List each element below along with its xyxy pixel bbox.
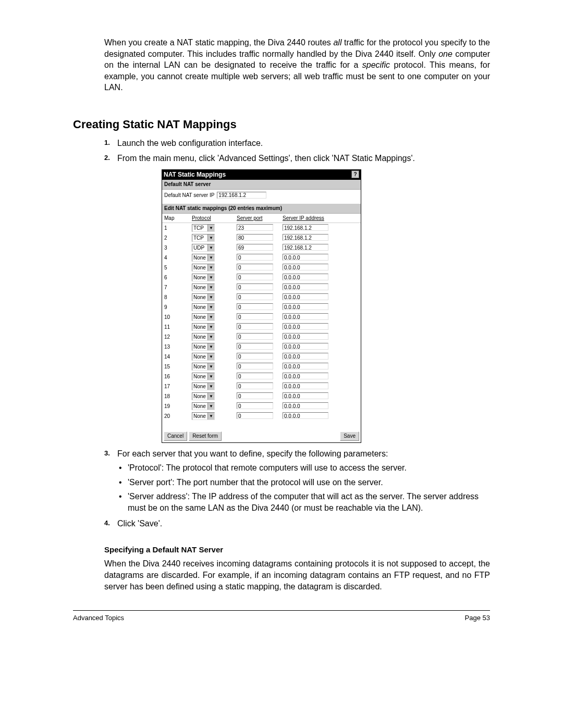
server-port-input[interactable]: 0 xyxy=(237,343,273,350)
protocol-value: None xyxy=(192,304,207,311)
server-port-input[interactable]: 0 xyxy=(237,363,273,369)
server-ip-input[interactable]: 192.168.1.2 xyxy=(283,234,328,241)
server-ip-input[interactable]: 0.0.0.0 xyxy=(283,363,328,369)
protocol-value: None xyxy=(192,314,207,321)
server-ip-input[interactable]: 0.0.0.0 xyxy=(283,283,328,290)
default-nat-ip-label: Default NAT server IP xyxy=(164,192,214,199)
chevron-down-icon: ▼ xyxy=(207,314,214,320)
protocol-select[interactable]: None▼ xyxy=(192,363,215,371)
protocol-select[interactable]: TCP▼ xyxy=(192,234,215,242)
server-ip-input[interactable]: 0.0.0.0 xyxy=(283,402,328,409)
table-row: 16None▼00.0.0.0 xyxy=(162,372,361,381)
bullet-server-port: 'Server port': The port number that the … xyxy=(117,477,490,488)
server-ip-input[interactable]: 0.0.0.0 xyxy=(283,303,328,310)
protocol-value: None xyxy=(192,393,207,400)
col-protocol: Protocol xyxy=(190,214,235,223)
protocol-value: None xyxy=(192,413,207,420)
protocol-select[interactable]: None▼ xyxy=(192,283,215,291)
server-ip-input[interactable]: 0.0.0.0 xyxy=(283,353,328,360)
server-port-input[interactable]: 0 xyxy=(237,382,273,389)
help-icon[interactable]: ? xyxy=(351,170,359,178)
server-ip-input[interactable]: 192.168.1.2 xyxy=(283,244,328,251)
map-number: 13 xyxy=(162,342,190,352)
server-port-input[interactable]: 0 xyxy=(237,373,273,379)
server-ip-input[interactable]: 0.0.0.0 xyxy=(283,313,328,320)
protocol-select[interactable]: None▼ xyxy=(192,353,215,361)
server-ip-input[interactable]: 0.0.0.0 xyxy=(283,392,328,399)
map-number: 12 xyxy=(162,332,190,342)
step-number: 1. xyxy=(104,138,110,147)
save-button[interactable]: Save xyxy=(340,431,359,441)
protocol-select[interactable]: None▼ xyxy=(192,402,215,410)
chevron-down-icon: ▼ xyxy=(207,363,214,370)
nat-mappings-table: Map Protocol Server port Server IP addre… xyxy=(162,214,361,422)
server-port-input[interactable]: 0 xyxy=(237,293,273,300)
protocol-select[interactable]: None▼ xyxy=(192,333,215,341)
protocol-value: UDP xyxy=(192,244,207,252)
server-ip-input[interactable]: 0.0.0.0 xyxy=(283,293,328,300)
chevron-down-icon: ▼ xyxy=(207,393,214,400)
server-ip-input[interactable]: 192.168.1.2 xyxy=(283,224,328,231)
protocol-value: None xyxy=(192,383,207,390)
server-port-input[interactable]: 0 xyxy=(237,323,273,330)
cancel-button[interactable]: Cancel xyxy=(164,431,187,441)
protocol-value: TCP xyxy=(192,235,207,242)
protocol-select[interactable]: None▼ xyxy=(192,382,215,390)
chevron-down-icon: ▼ xyxy=(207,294,214,301)
server-port-input[interactable]: 69 xyxy=(237,244,273,251)
server-port-input[interactable]: 80 xyxy=(237,234,273,241)
protocol-select[interactable]: None▼ xyxy=(192,313,215,321)
protocol-select[interactable]: None▼ xyxy=(192,254,215,262)
server-port-input[interactable]: 23 xyxy=(237,224,273,231)
protocol-select[interactable]: None▼ xyxy=(192,293,215,301)
server-port-input[interactable]: 0 xyxy=(237,353,273,360)
server-ip-input[interactable]: 0.0.0.0 xyxy=(283,343,328,350)
server-port-input[interactable]: 0 xyxy=(237,333,273,340)
text: When you create a NAT static mapping, th… xyxy=(104,38,333,47)
step-text: For each server that you want to define,… xyxy=(117,449,388,458)
protocol-select[interactable]: None▼ xyxy=(192,303,215,311)
server-port-input[interactable]: 0 xyxy=(237,303,273,310)
protocol-select[interactable]: None▼ xyxy=(192,264,215,272)
step-3: 3. For each server that you want to defi… xyxy=(104,448,490,514)
protocol-select[interactable]: None▼ xyxy=(192,392,215,400)
protocol-select[interactable]: UDP▼ xyxy=(192,244,215,252)
server-port-input[interactable]: 0 xyxy=(237,313,273,320)
table-row: 15None▼00.0.0.0 xyxy=(162,362,361,372)
protocol-select[interactable]: None▼ xyxy=(192,274,215,281)
server-port-input[interactable]: 0 xyxy=(237,283,273,290)
text-italic: one xyxy=(438,50,452,58)
server-ip-input[interactable]: 0.0.0.0 xyxy=(283,264,328,270)
protocol-value: None xyxy=(192,264,207,272)
server-ip-input[interactable]: 0.0.0.0 xyxy=(283,254,328,261)
server-ip-input[interactable]: 0.0.0.0 xyxy=(283,333,328,340)
protocol-select[interactable]: None▼ xyxy=(192,373,215,380)
table-row: 18None▼00.0.0.0 xyxy=(162,391,361,401)
server-ip-input[interactable]: 0.0.0.0 xyxy=(283,412,328,419)
server-port-input[interactable]: 0 xyxy=(237,402,273,409)
default-nat-ip-input[interactable] xyxy=(217,192,266,199)
server-ip-input[interactable]: 0.0.0.0 xyxy=(283,274,328,280)
server-ip-input[interactable]: 0.0.0.0 xyxy=(283,382,328,389)
protocol-select[interactable]: None▼ xyxy=(192,412,215,420)
table-row: 10None▼00.0.0.0 xyxy=(162,312,361,322)
chevron-down-icon: ▼ xyxy=(207,343,214,350)
protocol-select[interactable]: None▼ xyxy=(192,343,215,351)
server-port-input[interactable]: 0 xyxy=(237,274,273,280)
reset-form-button[interactable]: Reset form xyxy=(189,431,222,441)
protocol-select[interactable]: TCP▼ xyxy=(192,224,215,232)
protocol-select[interactable]: None▼ xyxy=(192,323,215,331)
chevron-down-icon: ▼ xyxy=(207,413,214,419)
server-port-input[interactable]: 0 xyxy=(237,412,273,419)
server-ip-input[interactable]: 0.0.0.0 xyxy=(283,323,328,330)
server-port-input[interactable]: 0 xyxy=(237,264,273,270)
subsection-paragraph: When the Diva 2440 receives incoming dat… xyxy=(104,558,490,592)
protocol-value: None xyxy=(192,403,207,410)
server-port-input[interactable]: 0 xyxy=(237,254,273,261)
map-number: 18 xyxy=(162,391,190,401)
table-row: 19None▼00.0.0.0 xyxy=(162,401,361,411)
dialog-title: NAT Static Mappings xyxy=(164,170,226,179)
server-ip-input[interactable]: 0.0.0.0 xyxy=(283,373,328,379)
step-2: 2. From the main menu, click 'Advanced S… xyxy=(104,153,490,442)
server-port-input[interactable]: 0 xyxy=(237,392,273,399)
